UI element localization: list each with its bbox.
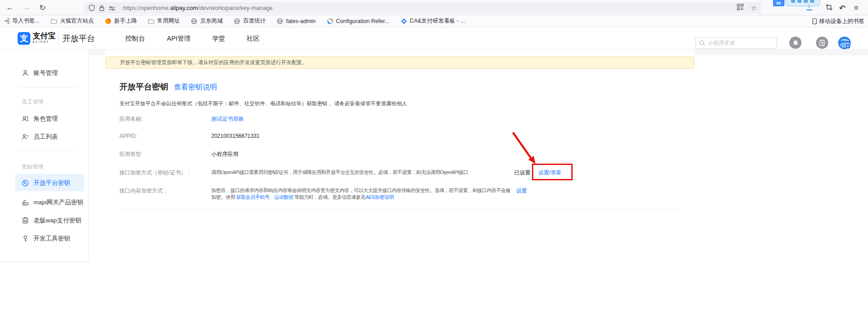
permissions-icon[interactable] xyxy=(109,5,115,11)
user-list-icon xyxy=(22,133,29,141)
reload-button[interactable]: ↻ xyxy=(36,1,49,14)
shield-icon[interactable] xyxy=(89,5,95,11)
app-type-label: 应用类型 xyxy=(119,151,141,158)
document-icon xyxy=(819,40,825,46)
url-bar[interactable]: https://openhome.alipay.com/dev/workspac… xyxy=(84,2,761,14)
gateway-icon xyxy=(22,199,29,206)
bell-icon xyxy=(792,40,799,46)
user-avatar[interactable] xyxy=(838,36,851,52)
globe-icon xyxy=(234,18,240,24)
view-key-doc-link[interactable]: 查看密钥说明 xyxy=(174,83,217,92)
product-title: 开放平台 xyxy=(62,33,95,44)
sidebar-item-devtool-key[interactable]: 开发工具密钥 xyxy=(22,234,70,244)
workorder-button[interactable] xyxy=(816,37,828,49)
menu-hamburger-icon[interactable]: ≡ xyxy=(854,4,859,13)
security-notice: 支付宝开放平台不会以任何形式（包括不限于：邮件、社交软件、电话和短信等）获取密钥… xyxy=(119,100,407,107)
bookmark-item[interactable]: Configuration Refer... xyxy=(327,18,389,24)
qr-code-icon[interactable] xyxy=(737,4,744,12)
avatar-icon xyxy=(838,36,851,50)
bookmark-item[interactable]: fates-admin xyxy=(277,18,315,24)
notification-bell-button[interactable] xyxy=(789,37,802,49)
download-arrow-icon: ↓ xyxy=(805,3,813,9)
folder-icon xyxy=(148,19,154,24)
nav-community[interactable]: 社区 xyxy=(247,34,260,43)
bookmarks-mobile[interactable]: 移动设备上的书签 xyxy=(812,15,864,27)
sidebar-item-open-platform-key[interactable]: 开放平台密钥 xyxy=(22,178,70,188)
appid-value: 2021003156671331 xyxy=(211,133,260,139)
clipboard-w-icon xyxy=(22,217,29,224)
sidebar-divider xyxy=(17,151,79,152)
back-button[interactable]: ← xyxy=(4,1,16,14)
bookmark-item[interactable]: 百度统计 xyxy=(234,17,266,25)
encrypt-method-label: 接口内容加密方式： xyxy=(119,187,168,195)
page-title: 开放平台密钥 xyxy=(119,81,168,92)
sign-method-desc: 调用OpenAPI接口需要用到密钥/证书，用于保障应用和开放平台交互的安全性。必… xyxy=(211,169,468,176)
import-bookmarks-icon xyxy=(4,18,9,24)
appid-label: APPID: xyxy=(119,133,137,139)
undo-icon[interactable]: ↶ xyxy=(839,4,845,13)
member-phone-link[interactable]: 获取会员手机号 xyxy=(236,194,270,200)
forward-button[interactable]: → xyxy=(20,1,33,14)
app-name-link[interactable]: 测试证书替换 xyxy=(211,115,244,123)
sidebar-divider xyxy=(17,87,79,88)
sign-method-label: 接口加签方式（密钥/证书）： xyxy=(119,169,191,177)
nav-api-manage[interactable]: API管理 xyxy=(167,34,190,43)
nav-school[interactable]: 学堂 xyxy=(212,34,225,43)
bookmarks-bar: 导入书签... 火狐官方站点 新手上路 常用网址 京东商城 百度统计 fates… xyxy=(0,15,868,27)
nav-console[interactable]: 控制台 xyxy=(125,34,145,43)
app-type-value: 小程序应用 xyxy=(211,151,238,158)
deprecation-banner: 开放平台密钥管理页面即将下线，请从对应的应用的开发设置页面进行开发配置。 xyxy=(105,56,694,69)
mobile-device-icon xyxy=(812,18,817,24)
sidebar-item-account-manage[interactable]: 账号管理 xyxy=(22,68,58,78)
key-icon xyxy=(22,235,29,242)
header-search-box[interactable] xyxy=(695,37,777,49)
url-path: /dev/workspace/key-manage xyxy=(198,5,272,11)
content-divider xyxy=(119,209,680,210)
url-prefix: https://openhome. xyxy=(123,5,170,11)
users-icon xyxy=(22,115,29,122)
sidebar-group-staff: 员工管理 xyxy=(22,98,43,106)
browser-window: ← → ↻ https://openhome.alipay.com/dev/wo… xyxy=(0,0,868,320)
folder-icon xyxy=(51,19,57,24)
url-text[interactable]: https://openhome.alipay.com/dev/workspac… xyxy=(123,5,273,11)
bookmark-star-icon[interactable]: ☆ xyxy=(751,4,757,12)
aes-doc-link[interactable]: AES加密说明 xyxy=(365,194,394,200)
sidebar-item-wap-pay-key[interactable]: 老版wap支付密钥 xyxy=(22,216,81,226)
lock-icon[interactable] xyxy=(99,5,104,11)
firefox-icon xyxy=(105,18,111,24)
app-name-label: 应用名称: xyxy=(119,115,142,123)
sidebar-item-staff-list[interactable]: 员工列表 xyxy=(22,132,58,142)
bookmark-item[interactable]: 新手上路 xyxy=(105,17,137,25)
encrypt-set-link[interactable]: 设置 xyxy=(516,187,527,195)
sports-data-link[interactable]: 运动数据 xyxy=(274,194,293,200)
sidebar: 账号管理 员工管理 角色管理 员工列表 密钥管理 开放平台密钥 mapi网关产品… xyxy=(0,50,89,262)
bookmark-item[interactable]: 京东商城 xyxy=(191,17,223,25)
header-divider xyxy=(58,33,58,44)
sidebar-item-role-manage[interactable]: 角色管理 xyxy=(22,114,58,124)
main-content: 开放平台密钥管理页面即将下线，请从对应的应用的开发设置页面进行开发配置。 开放平… xyxy=(105,50,694,320)
browser-toolbar: ← → ↻ https://openhome.alipay.com/dev/wo… xyxy=(0,0,868,15)
bookmark-import[interactable]: 导入书签... xyxy=(4,17,39,25)
screenshot-crop-icon[interactable] xyxy=(825,4,833,12)
key-circle-icon xyxy=(22,179,29,187)
extension-badge-count[interactable]: 65 xyxy=(773,0,784,6)
brand-text: 支付宝 ALIPAY xyxy=(33,32,56,44)
bookmark-item[interactable]: 常用网址 xyxy=(148,17,180,25)
search-icon xyxy=(699,40,705,46)
sidebar-group-keys: 密钥管理 xyxy=(22,163,43,171)
search-input[interactable] xyxy=(708,40,771,46)
app-header: 支 支付宝 ALIPAY 开放平台 控制台 API管理 学堂 社区 xyxy=(0,27,868,50)
encrypt-desc-line1: 加密后，接口的请求内容和响应内容将会由明文内容变为密文内容，可以大大提升接口内容… xyxy=(211,187,511,194)
extension-badge-pill[interactable] xyxy=(785,0,820,6)
downloads-button[interactable]: ↓ xyxy=(805,3,813,13)
bookmark-item[interactable]: CA&支付研发看板 - ... xyxy=(401,17,465,25)
sidebar-item-mapi-key[interactable]: mapi网关产品密钥 xyxy=(22,198,83,207)
url-domain: alipay.com xyxy=(170,5,198,11)
globe-icon xyxy=(191,18,197,24)
globe-icon xyxy=(277,18,283,24)
sign-status-badge: 已设置 xyxy=(514,169,531,177)
alipay-logo[interactable]: 支 xyxy=(18,32,30,45)
bookmark-item[interactable]: 火狐官方站点 xyxy=(51,17,94,25)
user-icon xyxy=(22,70,29,77)
config-icon xyxy=(327,18,333,24)
